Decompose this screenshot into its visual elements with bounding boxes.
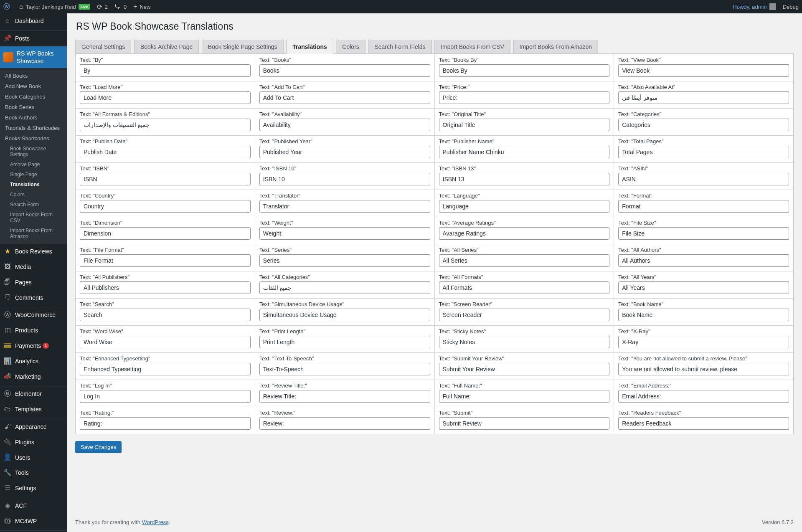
translation-input[interactable] bbox=[259, 173, 430, 185]
translation-input[interactable] bbox=[259, 119, 430, 131]
subsub-archive-page[interactable]: Archive Page bbox=[0, 160, 67, 170]
menu-products[interactable]: ◫Products bbox=[0, 323, 67, 338]
translation-input[interactable] bbox=[618, 417, 789, 430]
translation-input[interactable] bbox=[259, 363, 430, 375]
translation-input[interactable] bbox=[618, 390, 789, 403]
translation-input[interactable] bbox=[259, 254, 430, 267]
debug-link[interactable]: Debug bbox=[779, 0, 802, 13]
translation-input[interactable] bbox=[618, 336, 789, 348]
menu-dashboard[interactable]: ⌂Dashboard bbox=[0, 13, 67, 29]
sub-book-authors[interactable]: Book Authors bbox=[0, 112, 67, 123]
wp-logo[interactable]: ⓦ bbox=[0, 0, 16, 13]
sub-book-categories[interactable]: Book Categories bbox=[0, 91, 67, 102]
site-link[interactable]: ⌂Taylor Jenkings ReidLive bbox=[16, 0, 94, 13]
translation-input[interactable] bbox=[618, 64, 789, 77]
menu-users[interactable]: 👤Users bbox=[0, 450, 67, 465]
subsub-import-csv[interactable]: Import Books From CSV bbox=[0, 210, 67, 225]
sub-tutorials[interactable]: Tutorials & Shortcodes bbox=[0, 123, 67, 133]
translation-input[interactable] bbox=[80, 309, 251, 321]
save-button[interactable]: Save Changes bbox=[75, 441, 122, 453]
translation-input[interactable] bbox=[80, 227, 251, 240]
menu-appearance[interactable]: 🖌Appearance bbox=[0, 419, 67, 435]
menu-comments[interactable]: 🗨Comments bbox=[0, 290, 67, 305]
translation-input[interactable] bbox=[439, 417, 610, 430]
tab-archive[interactable]: Books Archive Page bbox=[134, 40, 199, 54]
menu-posts[interactable]: 📌Posts bbox=[0, 31, 67, 46]
translation-input[interactable] bbox=[80, 64, 251, 77]
new-link[interactable]: +New bbox=[130, 0, 154, 13]
menu-acf[interactable]: ◈ACF bbox=[0, 498, 67, 514]
translation-input[interactable] bbox=[80, 281, 251, 294]
translation-input[interactable] bbox=[259, 336, 430, 348]
tab-general[interactable]: General Settings bbox=[75, 40, 131, 54]
translation-input[interactable] bbox=[259, 390, 430, 403]
subsub-import-amazon[interactable]: Import Books From Amazon bbox=[0, 225, 67, 241]
comments-link[interactable]: 🗨0 bbox=[111, 0, 130, 13]
translation-input[interactable] bbox=[618, 254, 789, 267]
sub-book-series[interactable]: Book Series bbox=[0, 102, 67, 112]
menu-rswp-books[interactable]: RS WP Books Showcase bbox=[0, 46, 67, 68]
translation-input[interactable] bbox=[80, 363, 251, 375]
translation-input[interactable] bbox=[618, 281, 789, 294]
translation-input[interactable] bbox=[439, 309, 610, 321]
menu-payments[interactable]: 💳Payments1 bbox=[0, 338, 67, 354]
translation-input[interactable] bbox=[259, 309, 430, 321]
translation-input[interactable] bbox=[259, 91, 430, 104]
menu-media[interactable]: 🖾Media bbox=[0, 259, 67, 275]
translation-input[interactable] bbox=[259, 200, 430, 213]
translation-input[interactable] bbox=[439, 119, 610, 131]
translation-input[interactable] bbox=[80, 146, 251, 158]
translation-input[interactable] bbox=[259, 417, 430, 430]
translation-input[interactable] bbox=[80, 91, 251, 104]
translation-input[interactable] bbox=[618, 146, 789, 158]
menu-tools[interactable]: 🔧Tools bbox=[0, 465, 67, 481]
translation-input[interactable] bbox=[259, 64, 430, 77]
translation-input[interactable] bbox=[439, 363, 610, 375]
menu-analytics[interactable]: 📊Analytics bbox=[0, 354, 67, 369]
translation-input[interactable] bbox=[259, 227, 430, 240]
subsub-single-page[interactable]: Single Page bbox=[0, 170, 67, 180]
tab-colors[interactable]: Colors bbox=[336, 40, 365, 54]
menu-elementor[interactable]: ⓔElementor bbox=[0, 386, 67, 402]
translation-input[interactable] bbox=[618, 91, 789, 104]
menu-book-reviews[interactable]: ★Book Reviews bbox=[0, 244, 67, 259]
translation-input[interactable] bbox=[439, 254, 610, 267]
translation-input[interactable] bbox=[80, 173, 251, 185]
subsub-book-showcase[interactable]: Book Showcase Settings bbox=[0, 144, 67, 160]
account-link[interactable]: Howdy, admin bbox=[729, 0, 779, 13]
translation-input[interactable] bbox=[80, 417, 251, 430]
menu-templates[interactable]: 🗁Templates bbox=[0, 402, 67, 417]
menu-settings[interactable]: ☰Settings bbox=[0, 481, 67, 496]
subsub-search-form[interactable]: Search Form bbox=[0, 200, 67, 210]
sub-all-books[interactable]: All Books bbox=[0, 71, 67, 81]
tab-import-amazon[interactable]: Import Books From Amazon bbox=[513, 40, 599, 54]
tab-import-csv[interactable]: Import Books From CSV bbox=[434, 40, 510, 54]
translation-input[interactable] bbox=[618, 173, 789, 185]
menu-marketing[interactable]: 📣Marketing bbox=[0, 369, 67, 384]
translation-input[interactable] bbox=[439, 227, 610, 240]
translation-input[interactable] bbox=[439, 281, 610, 294]
translation-input[interactable] bbox=[80, 200, 251, 213]
updates-link[interactable]: ⟳2 bbox=[94, 0, 111, 13]
translation-input[interactable] bbox=[618, 363, 789, 375]
translation-input[interactable] bbox=[80, 336, 251, 348]
translation-input[interactable] bbox=[439, 91, 610, 104]
translation-input[interactable] bbox=[80, 390, 251, 403]
wordpress-link[interactable]: WordPress bbox=[142, 519, 169, 525]
menu-pages[interactable]: 🗐Pages bbox=[0, 275, 67, 290]
subsub-colors[interactable]: Colors bbox=[0, 190, 67, 200]
menu-plugins[interactable]: 🔌Plugins bbox=[0, 435, 67, 450]
sub-add-new-book[interactable]: Add New Book bbox=[0, 81, 67, 91]
translation-input[interactable] bbox=[618, 309, 789, 321]
translation-input[interactable] bbox=[259, 281, 430, 294]
translation-input[interactable] bbox=[439, 200, 610, 213]
sub-shortcodes[interactable]: Books Shortcodes bbox=[0, 133, 67, 144]
subsub-translations[interactable]: Translations bbox=[0, 180, 67, 190]
tab-single[interactable]: Book Single Page Settings bbox=[202, 40, 284, 54]
translation-input[interactable] bbox=[439, 146, 610, 158]
tab-search-form[interactable]: Search Form Fields bbox=[368, 40, 431, 54]
translation-input[interactable] bbox=[80, 119, 251, 131]
translation-input[interactable] bbox=[618, 119, 789, 131]
translation-input[interactable] bbox=[618, 200, 789, 213]
translation-input[interactable] bbox=[618, 227, 789, 240]
